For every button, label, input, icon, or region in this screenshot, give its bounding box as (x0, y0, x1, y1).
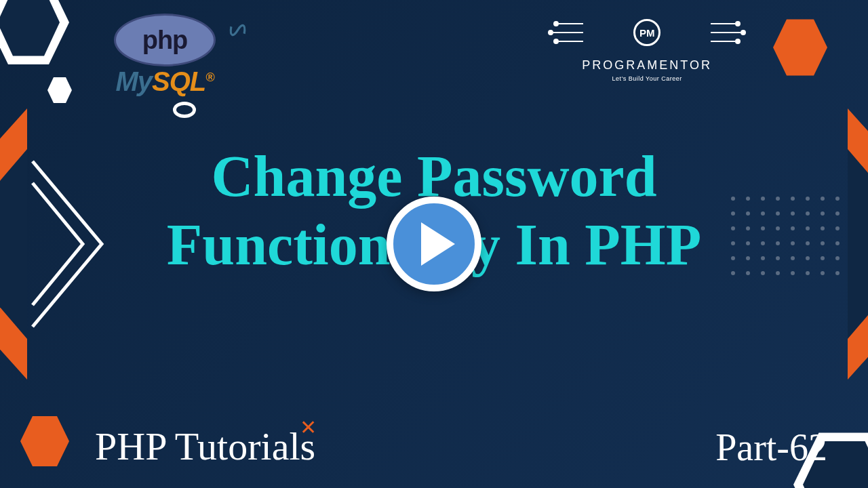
hexagon-decoration (47, 76, 72, 104)
svg-point-9 (741, 30, 745, 35)
svg-point-7 (736, 22, 740, 26)
series-text: PHP Tutorials (95, 424, 315, 468)
part-label: Part-62 (715, 426, 827, 469)
brand-name: PROGRAMENTOR (582, 58, 712, 73)
circuit-icon (547, 16, 583, 49)
svg-point-5 (554, 39, 558, 43)
video-thumbnail: php MySQL® ∿ PM (0, 0, 868, 488)
php-mysql-logo: php MySQL® ∿ (114, 14, 216, 97)
series-label: PHP Tutorials ✕ (95, 424, 315, 469)
circuit-icon (711, 16, 747, 49)
svg-point-11 (736, 39, 740, 43)
hexagon-decoration (0, 0, 69, 69)
mysql-sql: SQL (152, 66, 205, 96)
php-logo: php (114, 14, 216, 66)
mysql-my: My (115, 66, 152, 96)
play-button[interactable] (387, 197, 481, 291)
svg-point-1 (554, 22, 558, 26)
programentor-brand: PM PROGRAMENTOR Let's Build Your Career (582, 11, 712, 82)
ring-decoration (173, 102, 196, 118)
svg-point-3 (549, 30, 553, 35)
php-logo-text: php (142, 26, 188, 55)
hexagon-decoration (20, 413, 69, 469)
hexagon-decoration (773, 16, 827, 79)
mysql-dolphin-icon: ∿ (222, 11, 254, 49)
x-mark-icon: ✕ (300, 415, 317, 439)
brand-initials: PM (633, 19, 660, 46)
brand-tagline: Let's Build Your Career (582, 75, 712, 82)
mysql-logo: MySQL® (114, 66, 216, 97)
